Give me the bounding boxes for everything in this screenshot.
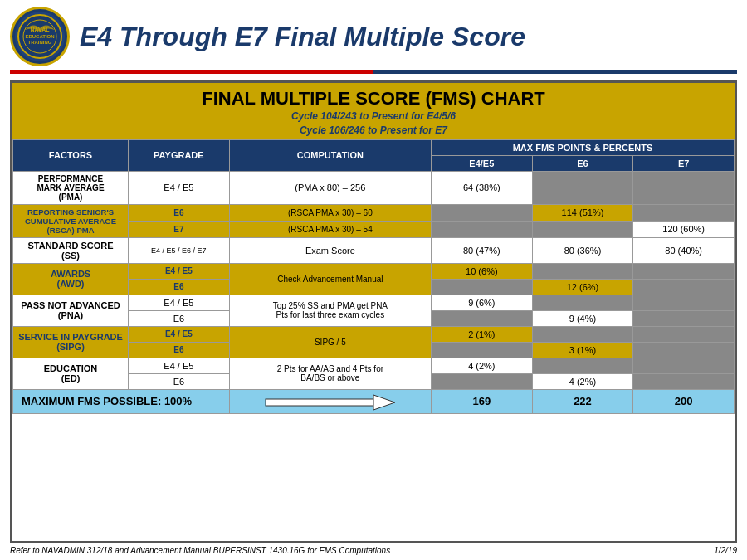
table-row: EDUCATION(ED) E4 / E5 2 Pts for AA/AS an…	[13, 358, 735, 373]
value-rsca-e7: 120 (60%)	[633, 221, 735, 237]
paygrade-e4e5-sipg: E4 / E5	[129, 326, 230, 342]
computation-sipg: SIPG / 5	[229, 326, 431, 358]
computation-ed: 2 Pts for AA/AS and 4 Pts forBA/BS or ab…	[229, 358, 431, 389]
col-e6: E6	[532, 155, 633, 171]
value-ed-e4e5-2	[432, 373, 533, 389]
page-title: E4 Through E7 Final Multiple Score	[80, 22, 525, 52]
max-fms-e6: 222	[532, 389, 633, 413]
table-row: REPORTING SENIOR'SCUMULATIVE AVERAGE(RSC…	[13, 204, 735, 221]
value-pma-e4e5: 64 (38%)	[432, 171, 533, 204]
max-fms-e7: 200	[633, 389, 735, 413]
value-ss-e4e5: 80 (47%)	[432, 237, 533, 263]
value-pna-e6-1	[532, 295, 633, 310]
value-awards-e7-2	[633, 279, 735, 295]
value-rsca-e4e5	[432, 204, 533, 221]
col-e4e5: E4/E5	[432, 155, 533, 171]
header: NAVAL EDUCATION TRAINING E4 Through E7 F…	[10, 7, 737, 66]
table-row: PASS NOT ADVANCED(PNA) E4 / E5 Top 25% S…	[13, 295, 735, 310]
value-ed-e6-1	[532, 358, 633, 373]
value-sipg-e6-1	[532, 326, 633, 342]
svg-rect-5	[266, 399, 374, 406]
value-ed-e6: 4 (2%)	[532, 373, 633, 389]
factor-pma: PERFORMANCEMARK AVERAGE(PMA)	[13, 171, 129, 204]
svg-text:TRAINING: TRAINING	[28, 40, 52, 45]
max-fms-e4e5: 169	[432, 389, 533, 413]
value-pna-e7	[633, 295, 735, 310]
value-awards-e7	[633, 263, 735, 279]
value-ed-e7	[633, 358, 735, 373]
paygrade-e4e5-awards: E4 / E5	[129, 263, 230, 279]
svg-text:EDUCATION: EDUCATION	[25, 34, 54, 39]
computation-rsca-e6: (RSCA PMA x 30) – 60	[229, 204, 431, 221]
fms-subtitle-1: Cycle 104/243 to Present for E4/5/6	[16, 110, 731, 124]
col-computation: COMPUTATION	[229, 139, 431, 171]
fms-chart: FINAL MULTIPLE SCORE (FMS) CHART Cycle 1…	[10, 80, 737, 543]
paygrade-e4e5-ed: E4 / E5	[129, 358, 230, 373]
col-factors: FACTORS	[13, 139, 129, 171]
value-rsca-e4e5-2	[432, 221, 533, 237]
factor-sipg: SERVICE IN PAYGRADE(SIPG)	[13, 326, 129, 358]
table-row: AWARDS(AWD) E4 / E5 Check Advancement Ma…	[13, 263, 735, 279]
value-pma-e6	[532, 171, 633, 204]
paygrade-e6-pna: E6	[129, 310, 230, 326]
factor-pna: PASS NOT ADVANCED(PNA)	[13, 295, 129, 326]
column-header-row: FACTORS PAYGRADE COMPUTATION MAX FMS POI…	[13, 139, 735, 155]
value-ss-e7: 80 (40%)	[633, 237, 735, 263]
paygrade-e6-ed: E6	[129, 373, 230, 389]
factor-ss: STANDARD SCORE(SS)	[13, 237, 129, 263]
value-pna-e7-2	[633, 310, 735, 326]
table-row: PERFORMANCEMARK AVERAGE(PMA) E4 / E5 (PM…	[13, 171, 735, 204]
logo-inner: NAVAL EDUCATION TRAINING	[15, 12, 65, 61]
max-fms-row: MAXIMUM FMS POSSIBLE: 100% 169 222 200	[13, 389, 735, 413]
value-sipg-e7	[633, 326, 735, 342]
logo: NAVAL EDUCATION TRAINING	[10, 7, 70, 66]
paygrade-e4e5-pna: E4 / E5	[129, 295, 230, 310]
value-sipg-e4e5: 2 (1%)	[432, 326, 533, 342]
value-rsca-e6-2	[532, 221, 633, 237]
header-divider	[10, 70, 737, 74]
paygrade-e6-sipg: E6	[129, 342, 230, 358]
value-awards-e6: 12 (6%)	[532, 279, 633, 295]
footer-right: 1/2/19	[714, 546, 737, 555]
paygrade-e7-rsca: E7	[129, 221, 230, 237]
computation-awards: Check Advancement Manual	[229, 263, 431, 295]
factor-awards: AWARDS(AWD)	[13, 263, 129, 295]
value-sipg-e4e5-2	[432, 342, 533, 358]
value-awards-e4e5-2	[432, 279, 533, 295]
page-wrapper: NAVAL EDUCATION TRAINING E4 Through E7 F…	[0, 0, 747, 560]
value-awards-e6-1	[532, 263, 633, 279]
value-pna-e4e5: 9 (6%)	[432, 295, 533, 310]
footer-left: Refer to NAVADMIN 312/18 and Advancement…	[10, 546, 390, 555]
paygrade-all-ss: E4 / E5 / E6 / E7	[129, 237, 230, 263]
table-row: STANDARD SCORE(SS) E4 / E5 / E6 / E7 Exa…	[13, 237, 735, 263]
svg-marker-6	[374, 395, 395, 410]
paygrade-e6-rsca: E6	[129, 204, 230, 221]
computation-pna: Top 25% SS and PMA get PNAPts for last t…	[229, 295, 431, 326]
value-rsca-e6: 114 (51%)	[532, 204, 633, 221]
value-ed-e4e5: 4 (2%)	[432, 358, 533, 373]
col-max-fms: MAX FMS POINTS & PERCENTS	[432, 139, 735, 155]
max-fms-label: MAXIMUM FMS POSSIBLE: 100%	[13, 389, 230, 413]
paygrade-e4e5-pma: E4 / E5	[129, 171, 230, 204]
paygrade-e6-awards: E6	[129, 279, 230, 295]
value-sipg-e6: 3 (1%)	[532, 342, 633, 358]
fms-chart-title: FINAL MULTIPLE SCORE (FMS) CHART	[16, 88, 731, 110]
value-ed-e7-2	[633, 373, 735, 389]
factor-ed: EDUCATION(ED)	[13, 358, 129, 389]
value-pma-e7	[633, 171, 735, 204]
value-pna-e6: 9 (4%)	[532, 310, 633, 326]
col-paygrade: PAYGRADE	[129, 139, 230, 171]
table-row: SERVICE IN PAYGRADE(SIPG) E4 / E5 SIPG /…	[13, 326, 735, 342]
fms-table: FACTORS PAYGRADE COMPUTATION MAX FMS POI…	[12, 139, 735, 414]
value-awards-e4e5: 10 (6%)	[432, 263, 533, 279]
factor-rsca: REPORTING SENIOR'SCUMULATIVE AVERAGE(RSC…	[13, 204, 129, 237]
footer: Refer to NAVADMIN 312/18 and Advancement…	[10, 543, 737, 555]
value-sipg-e7-2	[633, 342, 735, 358]
computation-ss: Exam Score	[229, 237, 431, 263]
value-pna-e4e5-2	[432, 310, 533, 326]
fms-subtitle-2: Cycle 106/246 to Present for E7	[16, 124, 731, 138]
value-ss-e6: 80 (36%)	[532, 237, 633, 263]
arrow-cell	[229, 389, 431, 413]
computation-pma: (PMA x 80) – 256	[229, 171, 431, 204]
fms-chart-header: FINAL MULTIPLE SCORE (FMS) CHART Cycle 1…	[12, 83, 735, 139]
